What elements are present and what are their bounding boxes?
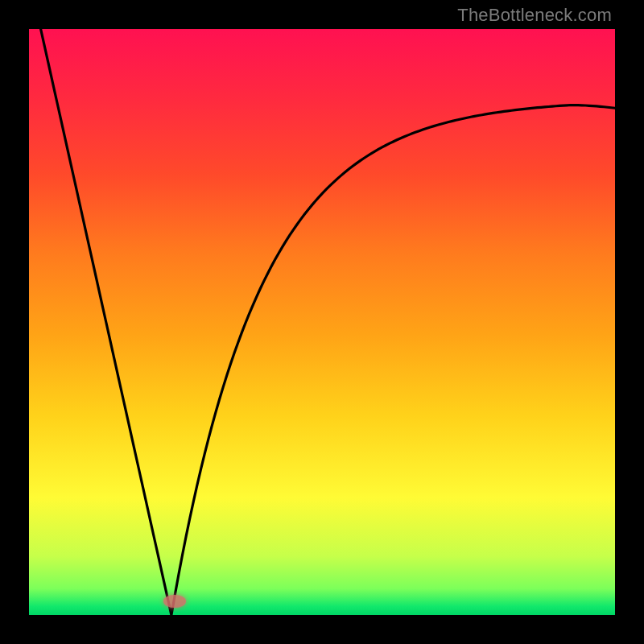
attribution-text: TheBottleneck.com	[457, 5, 612, 26]
plot-area	[29, 29, 615, 615]
bottleneck-curve	[29, 29, 615, 615]
curve-minimum-marker	[163, 595, 186, 608]
chart-frame: TheBottleneck.com	[0, 0, 644, 644]
